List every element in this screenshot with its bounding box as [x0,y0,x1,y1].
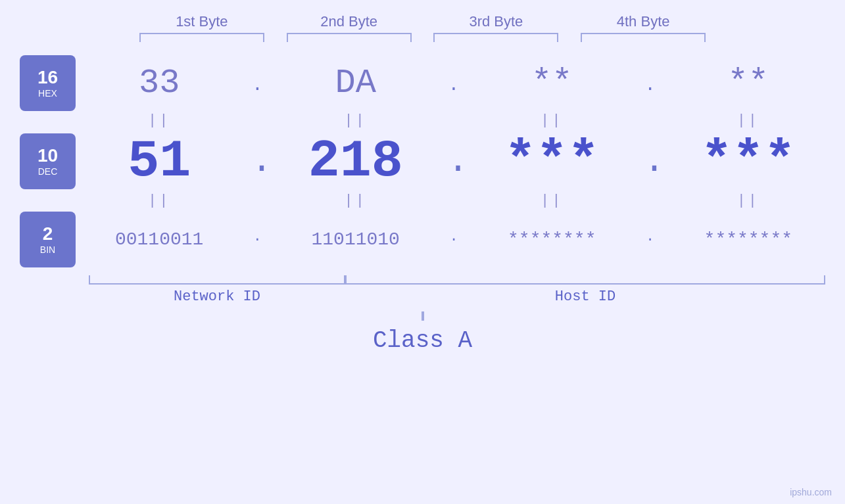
hex-dot-2: . [447,76,460,103]
sep-1-3: || [489,112,614,129]
sep-2-1: || [97,193,222,209]
bin-bytes-area: 00110011 . 11011010 . ******** . *******… [82,229,825,250]
byte-headers-row: 1st Byte 2nd Byte 3rd Byte 4th Byte [0,13,845,30]
sep-2-4: || [686,193,811,209]
dec-badge-label: DEC [38,166,58,177]
dec-byte-4: *** [686,131,811,191]
byte-header-2: 2nd Byte [283,13,415,30]
watermark: ipshu.com [790,487,832,497]
bin-dot-1: . [251,230,264,250]
sep-row-2: || || || || [0,193,845,209]
dec-row: 10 DEC 51 . 218 . *** . *** [0,131,845,191]
bin-badge-num: 2 [43,225,53,243]
sep-2-2: || [293,193,418,209]
hex-badge-label: HEX [38,88,57,99]
dec-dot-2: . [447,143,460,191]
bin-badge: 2 BIN [20,212,76,267]
bracket-2 [287,33,412,42]
class-bracket [422,311,424,321]
bin-byte-4: ******** [686,229,811,250]
dec-badge-num: 10 [37,147,58,165]
hex-badge: 16 HEX [20,55,76,111]
bracket-1 [139,33,264,42]
dec-dot-1: . [251,143,264,191]
bottom-brackets [20,273,825,285]
byte-header-3: 3rd Byte [430,13,562,30]
dec-badge: 10 DEC [20,133,76,189]
hex-byte-1: 33 [97,64,222,103]
hex-row: 16 HEX 33 . DA . ** . ** [0,55,845,111]
dec-byte-2: 218 [293,131,418,191]
dec-dot-3: . [644,143,657,191]
bottom-section: Network ID Host ID [0,273,845,305]
hex-badge-num: 16 [37,68,58,87]
sep-2-3: || [489,193,614,209]
class-a-label: Class A [373,327,472,354]
bottom-labels: Network ID Host ID [20,288,825,305]
dec-byte-3: *** [489,131,614,191]
hex-byte-4: ** [686,64,811,103]
network-id-label: Network ID [89,288,345,305]
bin-dot-2: . [447,230,460,250]
hex-byte-2: DA [293,64,418,103]
sep-1-4: || [686,112,811,129]
bin-dot-3: . [644,230,657,250]
host-bracket [345,275,825,285]
bracket-4 [581,33,706,42]
bin-row: 2 BIN 00110011 . 11011010 . ******** . *… [0,212,845,267]
host-id-label: Host ID [345,288,825,305]
hex-dot-3: . [644,76,657,103]
dec-bytes-area: 51 . 218 . *** . *** [82,131,825,191]
bin-byte-3: ******** [489,229,614,250]
bin-byte-1: 00110011 [97,229,222,250]
header-brackets [0,33,845,42]
byte-header-4: 4th Byte [577,13,709,30]
byte-header-1: 1st Byte [136,13,268,30]
hex-byte-3: ** [489,64,614,103]
dec-byte-1: 51 [97,131,222,191]
bin-byte-2: 11011010 [293,229,418,250]
sep-row-1: || || || || [0,112,845,129]
network-bracket [89,275,345,285]
sep-area-1: || || || || [82,112,825,129]
sep-1-1: || [97,112,222,129]
bin-badge-label: BIN [40,244,55,255]
sep-1-2: || [293,112,418,129]
hex-bytes-area: 33 . DA . ** . ** [82,64,825,103]
hex-dot-1: . [251,76,264,103]
main-container: 1st Byte 2nd Byte 3rd Byte 4th Byte 16 H… [0,0,845,504]
sep-area-2: || || || || [82,193,825,209]
bracket-3 [433,33,558,42]
